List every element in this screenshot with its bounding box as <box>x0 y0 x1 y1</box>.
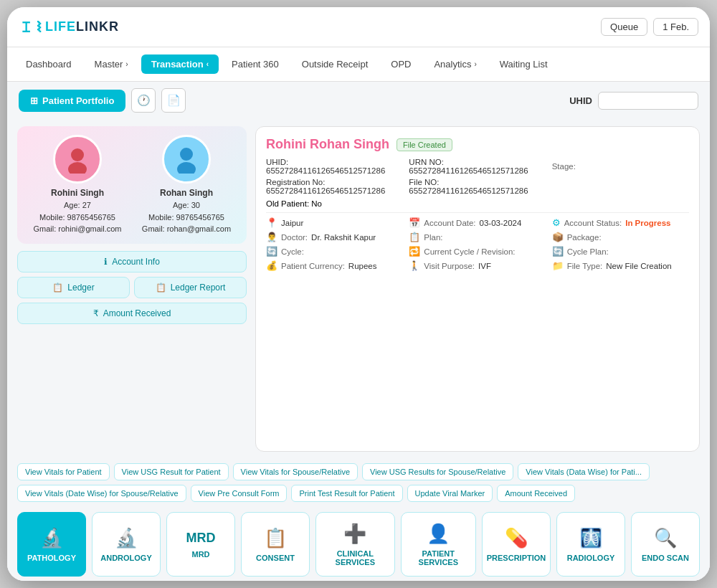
action-buttons: ℹ Account Info 📋 Ledger 📋 Ledger Report <box>17 251 247 324</box>
package-item: 📦 Package: <box>552 232 689 242</box>
cycle-item: 🔄 Cycle: <box>266 246 403 257</box>
plan-icon: 📋 <box>409 232 420 242</box>
male-avatar <box>162 135 211 184</box>
nav-transaction[interactable]: Transaction ‹ <box>141 54 219 74</box>
ledger-button[interactable]: 📋 Ledger <box>17 277 130 298</box>
cycle-icon: 🔄 <box>266 246 277 257</box>
cycle-label: Cycle: <box>281 247 304 256</box>
package-icon: 📦 <box>552 232 564 242</box>
svg-point-3 <box>177 162 196 174</box>
svg-point-0 <box>71 148 84 161</box>
tile-andrology[interactable]: 🔬 ANDROLOGY <box>92 512 161 577</box>
queue-button[interactable]: Queue <box>601 18 647 36</box>
female-mobile: Mobile: 98765456765 <box>33 212 121 224</box>
reg-no-value: Registration No: 65527284116126546512571… <box>266 178 403 195</box>
strip-btn-amount-received[interactable]: Amount Received <box>497 485 575 502</box>
account-info-label: Account Info <box>112 257 160 267</box>
strip-btn-vitals-datewise-spouse[interactable]: View Vitals (Date Wise) for Spouse/Relat… <box>17 485 186 502</box>
document-button[interactable]: 📄 <box>161 88 186 113</box>
uhid-section: UHID <box>569 92 698 110</box>
header-right: Queue 1 Feb. <box>601 18 698 36</box>
patient-card-male: Rohan Singh Age: 30 Mobile: 98765456765 … <box>135 135 238 235</box>
male-email: Gmail: rohan@gmail.com <box>142 223 231 235</box>
toolbar: ⊞ Patient Portfolio 🕐 📄 UHID <box>7 82 710 119</box>
reg-row: Registration No: 65527284116126546512571… <box>266 178 403 195</box>
amount-received-button[interactable]: ₹ Amount Received <box>17 303 247 324</box>
ledger-report-button[interactable]: 📋 Ledger Report <box>134 277 247 298</box>
nav-analytics[interactable]: Analytics › <box>424 54 486 74</box>
analytics-chevron: › <box>474 60 476 68</box>
strip-btn-vitals-spouse[interactable]: View Vitals for Spouse/Relative <box>233 463 358 480</box>
urn-value: URN NO: 65527284116126546512571286 <box>409 158 546 175</box>
nav-opd[interactable]: OPD <box>381 54 421 74</box>
doctor-icon: 👨‍⚕️ <box>266 232 277 242</box>
ledger-report-icon: 📋 <box>156 283 166 293</box>
current-cycle-label: Current Cycle / Revision: <box>424 247 515 256</box>
nav-patient360[interactable]: Patient 360 <box>222 54 289 74</box>
tile-mrd[interactable]: MRD MRD <box>166 512 235 577</box>
action-strip-2: View Vitals (Date Wise) for Spouse/Relat… <box>7 485 710 506</box>
strip-btn-vitals-datawise[interactable]: View Vitals (Data Wise) for Pati... <box>518 463 650 480</box>
doctor-label: Doctor: <box>281 233 308 242</box>
currency-value: Rupees <box>348 262 377 270</box>
cycle-plan-icon: 🔄 <box>552 246 564 257</box>
strip-btn-vitals-patient[interactable]: View Vitals for Patient <box>17 463 110 480</box>
male-mobile: Mobile: 98765456765 <box>142 212 231 224</box>
tile-consent[interactable]: 📋 CONSENT <box>241 512 310 577</box>
nav-waiting-list[interactable]: Waiting List <box>490 54 558 74</box>
tile-pathology[interactable]: 🔬 PATHOLOGY <box>17 512 86 577</box>
account-status-value: In Progress <box>625 219 670 227</box>
details-grid: 📍 Jaipur 📅 Account Date: 03-03-2024 ⚙ Ac… <box>266 217 689 271</box>
info-icon: ℹ <box>104 257 108 267</box>
plan-item: 📋 Plan: <box>409 232 546 242</box>
clock-button[interactable]: 🕐 <box>131 88 156 113</box>
currency-item: 💰 Patient Currency: Rupees <box>266 260 403 271</box>
logo-icon: ꀤ⌇ <box>19 18 42 37</box>
strip-btn-pre-consult[interactable]: View Pre Consult Form <box>191 485 288 502</box>
main-content: Rohini Singh Age: 27 Mobile: 98765456765… <box>7 119 710 459</box>
clinical-icon: ➕ <box>343 523 366 545</box>
strip-btn-usg-patient[interactable]: View USG Result for Patient <box>114 463 229 480</box>
left-panel: Rohini Singh Age: 27 Mobile: 98765456765… <box>17 126 247 452</box>
account-date-value: 03-03-2024 <box>480 219 522 227</box>
file-type-icon: 📁 <box>552 260 564 271</box>
file-type-value: New File Creation <box>606 262 671 270</box>
portfolio-grid-icon: ⊞ <box>30 95 38 106</box>
account-status-item: ⚙ Account Status: In Progress <box>552 217 689 228</box>
prescription-label: PRESCRIPTION <box>487 554 546 562</box>
nav-master[interactable]: Master › <box>85 54 138 74</box>
tile-prescription[interactable]: 💊 PRESCRIPTION <box>482 512 551 577</box>
strip-btn-print-test[interactable]: Print Test Result for Patient <box>291 485 402 502</box>
stage-row: Stage: <box>552 158 689 175</box>
uhid-input[interactable] <box>598 92 698 110</box>
currency-label: Patient Currency: <box>281 262 345 270</box>
portfolio-button[interactable]: ⊞ Patient Portfolio <box>19 90 125 112</box>
patient-cards: Rohini Singh Age: 27 Mobile: 98765456765… <box>17 126 247 244</box>
tile-endo-scan[interactable]: 🔍 ENDO SCAN <box>631 512 700 577</box>
account-info-button[interactable]: ℹ Account Info <box>17 251 247 272</box>
current-cycle-icon: 🔁 <box>409 246 420 257</box>
visit-icon: 🚶 <box>409 260 420 271</box>
file-row: File NO: 65527284116126546512571286 <box>409 178 546 195</box>
nav-outside-receipt[interactable]: Outside Receipt <box>292 54 379 74</box>
date-button[interactable]: 1 Feb. <box>653 18 698 36</box>
strip-btn-usg-spouse[interactable]: View USG Results for Spouse/Relative <box>362 463 513 480</box>
account-date-item: 📅 Account Date: 03-03-2024 <box>409 217 546 228</box>
svg-point-1 <box>68 162 87 174</box>
divider-1 <box>266 212 689 213</box>
tile-clinical-services[interactable]: ➕ CLINICAL SERVICES <box>315 512 395 577</box>
uhid-row: UHID: 65527284116126546512571286 <box>266 158 403 175</box>
ledger-icon: 📋 <box>52 283 63 293</box>
tile-radiology[interactable]: 🩻 RADIOLOGY <box>556 512 625 577</box>
rupee-icon: ₹ <box>93 308 99 318</box>
tile-patient-services[interactable]: 👤 PATIENT SERVICES <box>401 512 476 577</box>
nav-dashboard[interactable]: Dashboard <box>16 54 82 74</box>
urn-row: URN NO: 65527284116126546512571286 <box>409 158 546 175</box>
female-age: Age: 27 <box>33 199 121 212</box>
ledger-label: Ledger <box>67 283 94 293</box>
plan-label: Plan: <box>424 233 442 242</box>
strip-btn-viral-marker[interactable]: Update Viral Marker <box>407 485 493 502</box>
patient-header: Rohini Rohan Singh File Created <box>266 137 689 152</box>
uhid-value: UHID: 65527284116126546512571286 <box>266 158 403 175</box>
logo-text: LIFELINKR <box>45 19 119 34</box>
